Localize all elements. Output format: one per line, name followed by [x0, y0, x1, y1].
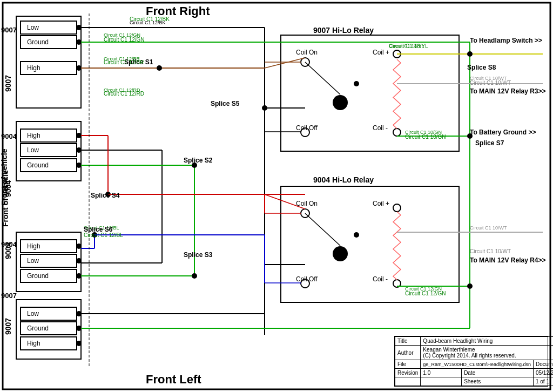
- info-file-value: ge_Ram_W1500HD_Custom\HeadlightWiring.ds…: [423, 362, 531, 367]
- splice-s7: Splice S7: [475, 139, 504, 147]
- connector-9004-bot-label: 9004: [1, 240, 17, 248]
- info-sheets-label: Sheets: [464, 379, 481, 384]
- front-of-vehicle-label: Front of Vehicle: [0, 148, 9, 205]
- coil-on-top: Coil On: [296, 49, 318, 56]
- circuit-c1-10gn: Circuit C1 10/GN: [405, 134, 446, 140]
- info-author-value: Keagan Winterthieme: [423, 347, 553, 353]
- relay-bot-title: 9004 Hi-Lo Relay: [313, 175, 374, 184]
- coil-minus-top: Coil -: [373, 124, 388, 132]
- splice-s4: Splice S4: [91, 192, 119, 199]
- splice-s3: Splice S3: [184, 251, 212, 259]
- to-main-relay-r3: To MAIN 12V Relay R3>>: [470, 87, 546, 95]
- circuit-c1-18yl: Circuit C1 18/YL: [389, 43, 428, 49]
- coil-minus-bot: Coil -: [373, 275, 388, 283]
- to-battery-ground: To Battery Ground >>: [470, 129, 536, 136]
- circuit-c1-12gn-bot: Circuit C1 12/GN: [405, 290, 446, 296]
- coil-on-bot: Coil On: [296, 200, 318, 207]
- connector-9004-mid-label: 9004: [1, 132, 17, 140]
- splice-s5: Splice S5: [211, 100, 239, 107]
- info-date-label: Date: [464, 370, 475, 376]
- info-title-label: Title: [397, 338, 408, 344]
- splice-s8: Splice S8: [467, 64, 496, 71]
- circuit-c1-12bl: Circuit C1 12/BL: [84, 232, 123, 238]
- circuit-c1-12rd: Circuit C1 12/RD: [104, 91, 144, 97]
- info-copyright-value: (C) Copyright 2014. All rights reserved.: [423, 353, 553, 359]
- coil-off-bot: Coil Off: [296, 275, 318, 283]
- info-date-value: 05/12/2014: [536, 370, 553, 376]
- title-front-left: Front Left: [146, 373, 201, 387]
- coil-plus-bot: Coil +: [373, 200, 389, 207]
- circuit-c1-12bk: Circuit C1 12/BK: [130, 16, 170, 22]
- to-main-relay-r4: To MAIN 12V Relay R4>>: [470, 256, 546, 264]
- circuit-c1-12br: Circuit C1 12/BR: [104, 59, 144, 65]
- info-revision-value: 1.0: [423, 370, 430, 376]
- info-sheets-value: 1 of 1: [536, 379, 549, 384]
- info-document-value: Document: [536, 361, 553, 367]
- circuit-c1-10wt-top: Circuit C1 10/WT: [470, 80, 511, 86]
- info-file-label: File: [397, 361, 406, 367]
- relay-top-title: 9007 Hi-Lo Relay: [313, 26, 374, 35]
- circuit-c1-10wt-bot: Circuit C1 10/WT: [470, 248, 511, 254]
- info-revision-label: Revision: [397, 370, 418, 376]
- info-author-label: Author: [397, 350, 413, 356]
- to-headlamp: To Headlamp Switch >>: [470, 37, 542, 44]
- connector-9007-bot-label: 9007: [1, 292, 17, 300]
- circuit-c1-12gn-top: Circuit C1 12/GN: [104, 37, 145, 43]
- coil-plus-top: Coil +: [373, 49, 389, 56]
- info-table: Title Quad-beam Headlight Wiring Author …: [394, 336, 548, 387]
- coil-off-top: Coil Off: [296, 124, 318, 132]
- info-title-value: Quad-beam Headlight Wiring: [423, 338, 493, 344]
- splice-s2: Splice S2: [184, 157, 212, 164]
- connector-9007-top-label: 9007: [1, 26, 17, 34]
